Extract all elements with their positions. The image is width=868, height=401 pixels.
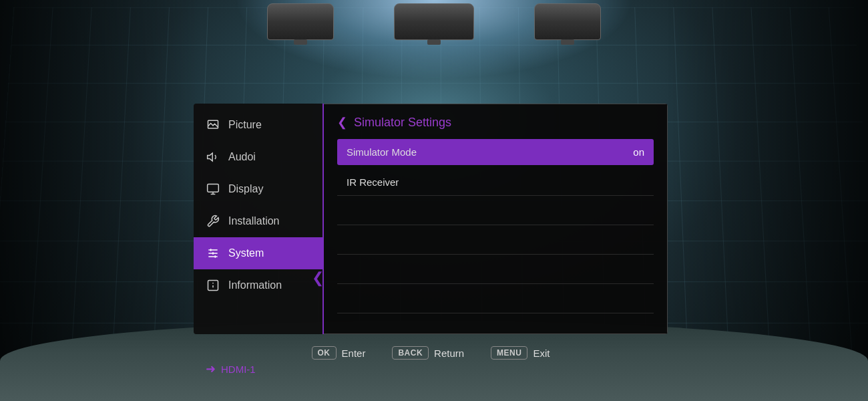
sidebar: Picture Audoi Display [194,104,324,334]
sidebar-item-wrapper-system: System ❮ [194,237,322,269]
menu-action: MENU Exit [491,346,550,360]
simulator-mode-value: on [633,146,644,158]
hdmi-arrow-icon: ➜ [206,362,216,376]
sidebar-item-display[interactable]: Display [194,173,322,205]
sidebar-item-picture-label: Picture [228,119,262,131]
sidebar-item-wrapper-audio: Audoi [194,141,322,173]
sidebar-item-information[interactable]: Information [194,269,322,301]
svg-rect-2 [208,184,219,192]
picture-icon [206,118,220,132]
audio-icon [206,150,220,164]
menu-badge: MENU [491,346,527,360]
back-arrow-icon[interactable]: ❮ [337,115,347,130]
simulator-mode-label: Simulator Mode [347,146,417,158]
empty-row-2 [337,229,654,255]
ir-receiver-label: IR Receiver [347,176,399,188]
sidebar-item-wrapper-picture: Picture [194,109,322,141]
sidebar-item-installation-label: Installation [228,215,280,227]
sidebar-item-audio-label: Audoi [228,151,256,163]
ok-label: Enter [342,348,366,359]
empty-row-1 [337,200,654,225]
menu-container: Picture Audoi Display [194,104,668,334]
empty-row-3 [337,259,654,284]
ok-badge: OK [312,346,337,360]
system-icon [206,246,220,261]
installation-icon [206,214,220,229]
simulator-mode-row[interactable]: Simulator Mode on [337,139,654,165]
projector-left [267,3,334,40]
sidebar-item-audio[interactable]: Audoi [194,141,322,173]
svg-marker-1 [208,153,213,161]
menu-label: Exit [533,348,550,359]
back-label: Return [434,348,464,359]
sidebar-item-installation[interactable]: Installation [194,205,322,237]
information-icon [206,278,220,293]
content-panel: ❮ Simulator Settings Simulator Mode on I… [324,104,668,334]
sidebar-item-wrapper-display: Display [194,173,322,205]
sidebar-item-picture[interactable]: Picture [194,109,322,141]
ok-action: OK Enter [312,346,366,360]
panel-title: Simulator Settings [354,116,451,130]
projector-center [394,3,474,40]
sidebar-item-display-label: Display [228,183,263,195]
sidebar-item-system[interactable]: System [194,237,322,269]
display-icon [206,182,220,196]
empty-row-4 [337,288,654,313]
sidebar-item-wrapper-installation: Installation [194,205,322,237]
sidebar-item-system-label: System [228,247,264,259]
projector-right [534,3,601,40]
sidebar-item-information-label: Information [228,279,282,291]
back-action: BACK Return [392,346,464,360]
ir-receiver-row[interactable]: IR Receiver [337,169,654,196]
panel-header: ❮ Simulator Settings [337,115,654,130]
sidebar-item-wrapper-information: Information [194,269,322,301]
projectors-row [267,3,601,57]
hdmi-label: HDMI-1 [221,364,256,375]
back-badge: BACK [392,346,429,360]
bottom-bar: OK Enter BACK Return MENU Exit [194,346,668,360]
